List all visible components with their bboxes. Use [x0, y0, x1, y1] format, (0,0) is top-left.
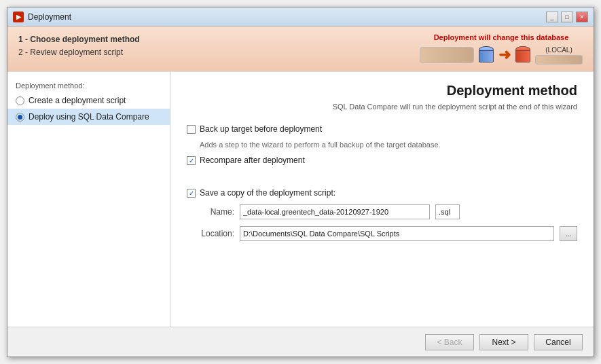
panel-title: Deployment method — [187, 83, 577, 98]
location-row: Location: ... — [187, 226, 577, 241]
backup-option-row: Back up target before deployment — [187, 124, 577, 134]
minimize-button[interactable]: _ — [546, 12, 558, 22]
main-content: Deployment method: Create a deployment s… — [7, 72, 594, 327]
radio-create-script[interactable] — [16, 96, 24, 105]
deployment-warning: Deployment will change this database — [434, 33, 569, 41]
footer: < Back Next > Cancel — [7, 327, 594, 357]
sidebar-label-create-script: Create a deployment script — [29, 96, 126, 105]
sidebar: Deployment method: Create a deployment s… — [7, 72, 170, 327]
recompare-option-label: Recompare after deployment — [200, 156, 305, 165]
sidebar-label-deploy-sql: Deploy using SQL Data Compare — [29, 112, 149, 122]
target-db-icon — [513, 46, 532, 65]
sidebar-item-deploy-sql[interactable]: Deploy using SQL Data Compare — [7, 109, 170, 125]
sidebar-section-label: Deployment method: — [7, 79, 170, 92]
right-panel: Deployment method SQL Data Compare will … — [170, 72, 594, 327]
step1-label: 1 - Choose deployment method — [18, 33, 420, 46]
name-input[interactable] — [240, 204, 430, 219]
panel-subtitle: SQL Data Compare will run the deployment… — [187, 103, 577, 111]
location-field-label: Location: — [187, 229, 234, 238]
steps-list: 1 - Choose deployment method 2 - Review … — [18, 33, 420, 59]
db-diagram: ➜ (LOCAL) — [420, 46, 583, 65]
location-input[interactable] — [240, 226, 554, 241]
window-title: Deployment — [28, 12, 546, 22]
back-button[interactable]: < Back — [425, 334, 474, 350]
save-copy-option-label: Save a copy of the deployment script: — [200, 188, 335, 198]
window-icon: ▶ — [13, 12, 24, 22]
source-db-icon — [477, 46, 496, 65]
titlebar-buttons: _ □ ✕ — [546, 12, 588, 22]
cancel-button[interactable]: Cancel — [534, 334, 583, 350]
header-area: 1 - Choose deployment method 2 - Review … — [7, 26, 594, 72]
db-source-placeholder — [420, 47, 474, 63]
close-button[interactable]: ✕ — [576, 12, 588, 22]
backup-checkbox[interactable] — [187, 125, 196, 134]
target-db-wrap: (LOCAL) — [535, 46, 583, 65]
sidebar-item-create-script[interactable]: Create a deployment script — [7, 92, 170, 109]
maximize-button[interactable]: □ — [561, 12, 573, 22]
next-button[interactable]: Next > — [479, 334, 528, 350]
save-copy-checkbox[interactable] — [187, 189, 196, 198]
backup-option-label: Back up target before deployment — [200, 124, 322, 134]
backup-option-desc: Adds a step to the wizard to perform a f… — [200, 141, 577, 149]
recompare-option-row: Recompare after deployment — [187, 156, 577, 165]
name-row: Name: — [187, 204, 577, 219]
ext-input[interactable] — [435, 204, 460, 219]
name-field-label: Name: — [187, 207, 234, 217]
radio-deploy-sql[interactable] — [16, 113, 24, 122]
browse-button[interactable]: ... — [560, 226, 577, 241]
step2-label: 2 - Review deployment script — [18, 46, 420, 59]
recompare-checkbox[interactable] — [187, 156, 196, 165]
deployment-window: ▶ Deployment _ □ ✕ 1 - Choose deployment… — [7, 7, 594, 357]
save-copy-option-row: Save a copy of the deployment script: — [187, 188, 577, 198]
header-right: Deployment will change this database ➜ — [420, 33, 583, 65]
target-db-label: (LOCAL) — [545, 46, 572, 54]
titlebar: ▶ Deployment _ □ ✕ — [7, 7, 594, 26]
arrow-icon: ➜ — [498, 46, 511, 64]
save-copy-section: Save a copy of the deployment script: Na… — [187, 188, 577, 241]
